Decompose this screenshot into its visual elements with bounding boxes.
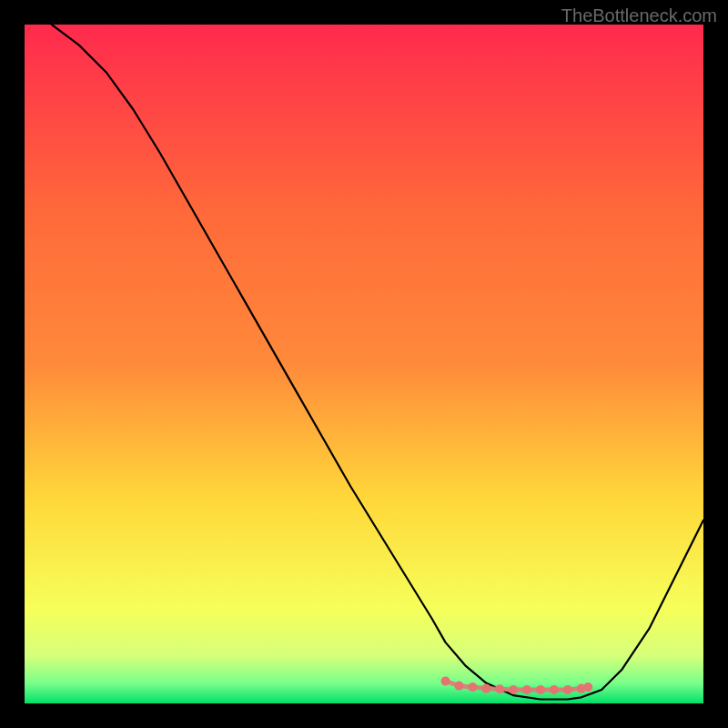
highlight-dot <box>583 682 592 692</box>
highlight-dot <box>454 682 463 691</box>
highlight-dot <box>481 684 490 693</box>
watermark-text: TheBottleneck.com <box>561 5 717 26</box>
highlight-dot <box>509 685 518 694</box>
highlight-dot <box>468 682 477 692</box>
chart-svg <box>25 25 703 703</box>
highlight-dot <box>522 685 531 694</box>
highlight-dot <box>495 684 504 693</box>
chart-plot-area <box>25 25 703 703</box>
highlight-dot <box>563 685 572 694</box>
highlight-dot <box>441 676 450 685</box>
highlight-dot <box>536 685 545 694</box>
highlight-dot <box>550 685 559 694</box>
gradient-background <box>25 25 703 703</box>
